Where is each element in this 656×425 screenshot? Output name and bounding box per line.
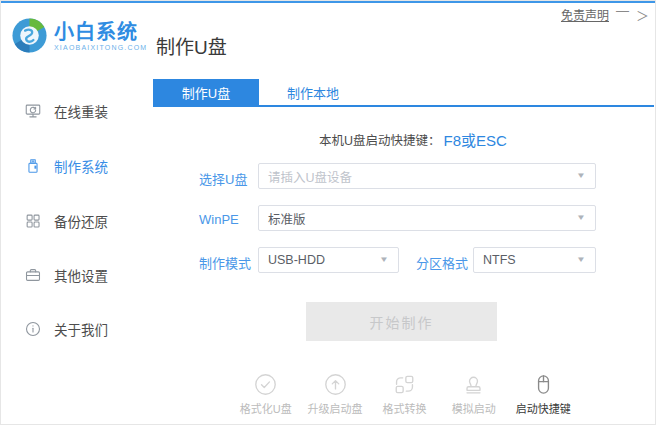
action-label: 升级启动盘 [308,400,363,416]
bottom-action-bar: 格式化U盘 升级启动盘 格式转换 模拟启动 [231,373,578,416]
brand-logo: 小白系统 XIAOBAIXITONG.COM [10,16,147,55]
usb-select-label: 选择U盘 [199,169,247,188]
usb-drive-icon [24,157,42,175]
winpe-select-value: 标准版 [268,209,306,228]
boot-hotkey-notice: 本机U盘启动快捷键： F8或ESC [173,128,653,150]
winpe-select-label: WinPE [199,212,239,227]
sidebar-item-label: 在线重装 [54,101,108,121]
page-title: 制作U盘 [156,32,227,59]
action-label: 模拟启动 [452,400,496,416]
action-format-usb[interactable]: 格式化U盘 [231,373,300,416]
brand-domain: XIAOBAIXITONG.COM [54,44,147,51]
action-label: 启动快捷键 [516,400,571,416]
start-make-button[interactable]: 开始制作 [306,302,497,341]
chevron-down-icon: ▼ [576,255,586,264]
check-circle-icon [254,373,277,396]
stamp-icon [462,373,485,396]
mode-select[interactable]: USB-HDD ▼ [258,247,399,273]
monitor-reinstall-icon [24,102,42,120]
tab-make-usb[interactable]: 制作U盘 [153,79,259,105]
chevron-down-icon: ▼ [576,213,586,222]
disclaimer-link[interactable]: 免责声明 [561,6,609,23]
action-label: 格式转换 [382,400,426,416]
action-boot-hotkey[interactable]: 启动快捷键 [509,373,578,416]
usb-select[interactable]: 请插入U盘设备 ▼ [258,163,596,189]
mouse-icon [532,373,555,396]
sidebar-item-label: 备份还原 [54,211,108,231]
brand-name: 小白系统 [54,21,147,43]
partition-select-value: NTFS [483,253,516,267]
sidebar-item-make-system[interactable]: 制作系统 [24,156,108,176]
briefcase-icon [24,266,42,284]
winpe-select[interactable]: 标准版 ▼ [258,205,596,231]
swirl-globe-icon [10,16,49,55]
boot-hotkey-value: F8或ESC [444,129,507,150]
sidebar-item-label: 关于我们 [54,319,108,339]
partition-select-label: 分区格式 [416,253,468,272]
brand-text: 小白系统 XIAOBAIXITONG.COM [54,21,147,51]
action-simulate-boot[interactable]: 模拟启动 [439,373,508,416]
usb-select-placeholder: 请插入U盘设备 [268,167,352,186]
mode-select-value: USB-HDD [268,253,325,267]
top-accent-bar [1,1,655,3]
tab-underline [153,105,654,107]
arrow-up-circle-icon [324,373,347,396]
sidebar-item-online-reinstall[interactable]: 在线重装 [24,101,108,121]
grid-squares-icon [24,212,42,230]
action-label: 格式化U盘 [240,400,292,416]
sidebar-item-backup-restore[interactable]: 备份还原 [24,211,108,231]
app-window: 免责声明 — ＞ 小白系统 XIAOBAIXITONG.COM 制作U盘 在线重… [0,0,656,425]
mode-select-label: 制作模式 [199,253,251,272]
chevron-down-icon: ▼ [576,171,586,180]
sidebar-item-about-us[interactable]: 关于我们 [24,319,108,339]
sidebar-item-label: 制作系统 [54,156,108,176]
partition-select[interactable]: NTFS ▼ [473,247,596,273]
minimize-button[interactable]: — [616,3,629,18]
boot-hotkey-label: 本机U盘启动快捷键： [319,130,441,149]
action-upgrade-boot-disk[interactable]: 升级启动盘 [300,373,369,416]
sidebar-item-other-settings[interactable]: 其他设置 [24,265,108,285]
chevron-down-icon: ▼ [379,255,389,264]
collapse-chevron-button[interactable]: ＞ [636,5,649,24]
action-format-convert[interactable]: 格式转换 [370,373,439,416]
format-convert-icon [393,373,416,396]
info-circle-icon [24,320,42,338]
sidebar-item-label: 其他设置 [54,265,108,285]
tab-make-local[interactable]: 制作本地 [259,79,367,105]
